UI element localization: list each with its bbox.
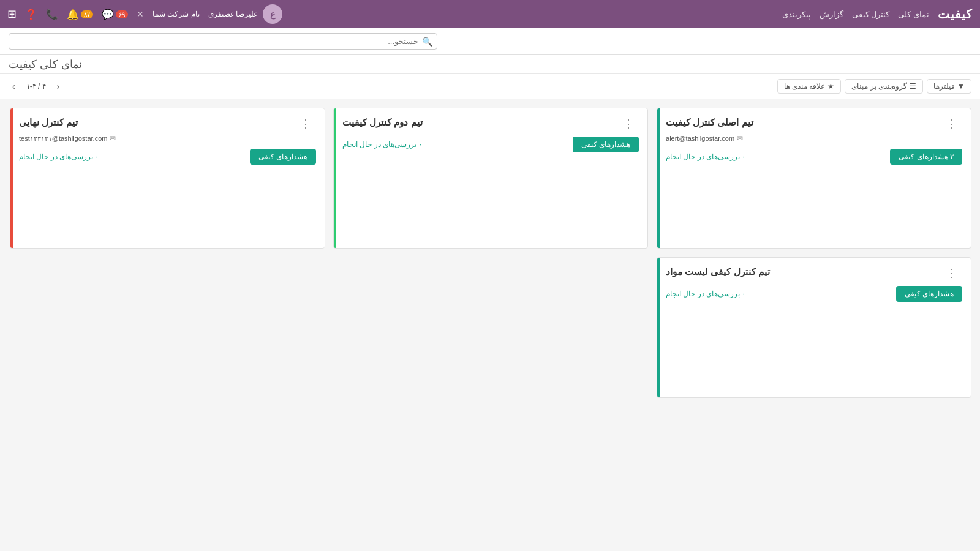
page-title-bar: نمای کلی کیفیت	[0, 55, 980, 74]
apps-icon-btn[interactable]: ⊞	[7, 7, 17, 21]
filter-icon: ▼	[957, 82, 965, 91]
toolbar-left: ‹ ۴ / ۱-۴ ›	[9, 80, 63, 92]
card-4-alerts-label: هشدارهای کیفی	[905, 290, 954, 298]
nav-report[interactable]: گزارش	[820, 10, 843, 19]
card-1-menu-icon[interactable]: ⋮	[946, 117, 957, 130]
card-3-stats: هشدارهای کیفی ۰ بررسی‌های در حال انجام	[19, 149, 316, 165]
bell-icon: 🔔	[67, 9, 79, 20]
favorites-label: علاقه مندی ها	[784, 82, 826, 91]
help-icon: ❓	[25, 9, 37, 20]
nav-overview[interactable]: نمای کلی	[898, 10, 929, 19]
avatar: ع	[263, 4, 282, 24]
star-icon: ★	[827, 82, 834, 91]
card-3: ⋮ تیم کنترل نهایی ✉ test۱۲۳۱۳۱@tashilgos…	[10, 108, 325, 249]
messages-icon-btn[interactable]: ۶۹ 💬	[102, 9, 128, 20]
card-4-stats: هشدارهای کیفی ۰ بررسی‌های در حال انجام	[666, 286, 962, 302]
email-icon-1: ✉	[737, 134, 743, 143]
card-3-alerts-label: هشدارهای کیفی	[258, 152, 307, 161]
groupby-btn[interactable]: ☰ گروه‌بندی بر مبنای	[845, 79, 923, 94]
card-4-menu-icon[interactable]: ⋮	[946, 266, 957, 280]
groupby-icon: ☰	[910, 82, 916, 91]
favorites-btn[interactable]: ★ علاقه مندی ها	[777, 79, 842, 94]
filters-label: فیلترها	[933, 82, 955, 91]
navbar: کیفیت نمای کلی کنترل کیفی گزارش پیکربندی…	[0, 0, 980, 28]
navbar-right: کیفیت نمای کلی کنترل کیفی گزارش پیکربندی	[782, 7, 973, 21]
card-3-header: ⋮ تیم کنترل نهایی	[19, 117, 316, 130]
card-4-reviews[interactable]: ۰ بررسی‌های در حال انجام	[666, 290, 745, 298]
toolbar: ▼ فیلترها ☰ گروه‌بندی بر مبنای ★ علاقه م…	[0, 74, 980, 99]
search-icon: 🔍	[422, 37, 432, 47]
card-1-email: ✉ alert@tashilgostar.com	[666, 134, 962, 143]
prev-arrow[interactable]: ‹	[53, 80, 64, 92]
close-icon[interactable]: ✕	[137, 9, 144, 19]
card-4-title: تیم کنترل کیفی لیست مواد	[666, 266, 770, 277]
help-icon-btn[interactable]: ❓	[25, 9, 37, 20]
search-wrapper: 🔍	[9, 33, 437, 50]
next-arrow[interactable]: ›	[9, 80, 19, 92]
card-1-header: ⋮ تیم اصلی کنترل کیفیت	[666, 117, 962, 130]
user-name: علیرضا غضنفری	[208, 10, 258, 18]
alerts-icon-btn[interactable]: ۸۷ 🔔	[67, 9, 93, 20]
card-2-alerts-btn[interactable]: هشدارهای کیفی	[573, 137, 639, 152]
toolbar-right: ▼ فیلترها ☰ گروه‌بندی بر مبنای ★ علاقه م…	[777, 79, 971, 94]
search-bar: 🔍	[0, 28, 980, 55]
navbar-left: ع علیرضا غضنفری نام شرکت شما ✕ ۶۹ 💬 ۸۷ 🔔…	[7, 4, 282, 24]
card-2-alerts-label: هشدارهای کیفی	[581, 140, 630, 149]
alerts-badge: ۸۷	[81, 10, 93, 18]
card-2: ⋮ تیم دوم کنترل کیفیت هشدارهای کیفی ۰ بر…	[333, 108, 648, 249]
card-2-title: تیم دوم کنترل کیفیت	[342, 117, 423, 128]
search-input[interactable]	[9, 33, 437, 50]
card-3-title: تیم کنترل نهایی	[19, 117, 78, 128]
cards-container: ⋮ تیم اصلی کنترل کیفیت ✉ alert@tashilgos…	[0, 99, 980, 407]
card-2-reviews[interactable]: ۰ بررسی‌های در حال انجام	[342, 140, 422, 149]
phone-icon: 📞	[46, 9, 58, 20]
card-2-stats: هشدارهای کیفی ۰ بررسی‌های در حال انجام	[342, 137, 639, 152]
card-1-email-text: alert@tashilgostar.com	[666, 135, 734, 142]
groupby-label: گروه‌بندی بر مبنای	[851, 82, 907, 91]
nav-quality-control[interactable]: کنترل کیفی	[852, 10, 890, 19]
chat-icon: 💬	[102, 9, 114, 20]
card-4: ⋮ تیم کنترل کیفی لیست مواد هشدارهای کیفی…	[657, 257, 971, 398]
card-2-header: ⋮ تیم دوم کنترل کیفیت	[342, 117, 639, 130]
card-4-alerts-btn[interactable]: هشدارهای کیفی	[896, 286, 962, 302]
user-section[interactable]: ع علیرضا غضنفری	[208, 4, 282, 24]
card-1-stats: ۲ هشدارهای کیفی ۰ بررسی‌های در حال انجام	[666, 149, 962, 165]
card-1-title: تیم اصلی کنترل کیفیت	[666, 117, 753, 128]
email-icon-3: ✉	[110, 134, 116, 143]
card-1: ⋮ تیم اصلی کنترل کیفیت ✉ alert@tashilgos…	[657, 108, 971, 249]
card-2-menu-icon[interactable]: ⋮	[623, 117, 634, 130]
nav-config[interactable]: پیکربندی	[782, 10, 811, 19]
phone-icon-btn[interactable]: 📞	[46, 9, 58, 20]
card-4-header: ⋮ تیم کنترل کیفی لیست مواد	[666, 266, 962, 280]
messages-badge: ۶۹	[116, 10, 128, 18]
pagination: ۴ / ۱-۴	[26, 82, 46, 91]
company-name: نام شرکت شما	[153, 10, 200, 18]
brand-logo: کیفیت	[938, 7, 973, 21]
page-title: نمای کلی کیفیت	[9, 58, 82, 71]
card-3-email-text: test۱۲۳۱۳۱@tashilgostar.com	[19, 135, 107, 143]
card-3-reviews[interactable]: ۰ بررسی‌های در حال انجام	[19, 152, 99, 161]
filters-btn[interactable]: ▼ فیلترها	[927, 79, 971, 94]
card-3-email: ✉ test۱۲۳۱۳۱@tashilgostar.com	[19, 134, 316, 143]
card-3-alerts-btn[interactable]: هشدارهای کیفی	[250, 149, 316, 165]
card-3-menu-icon[interactable]: ⋮	[300, 117, 311, 130]
card-1-alerts-btn[interactable]: ۲ هشدارهای کیفی	[890, 149, 962, 165]
card-1-reviews[interactable]: ۰ بررسی‌های در حال انجام	[666, 152, 745, 161]
